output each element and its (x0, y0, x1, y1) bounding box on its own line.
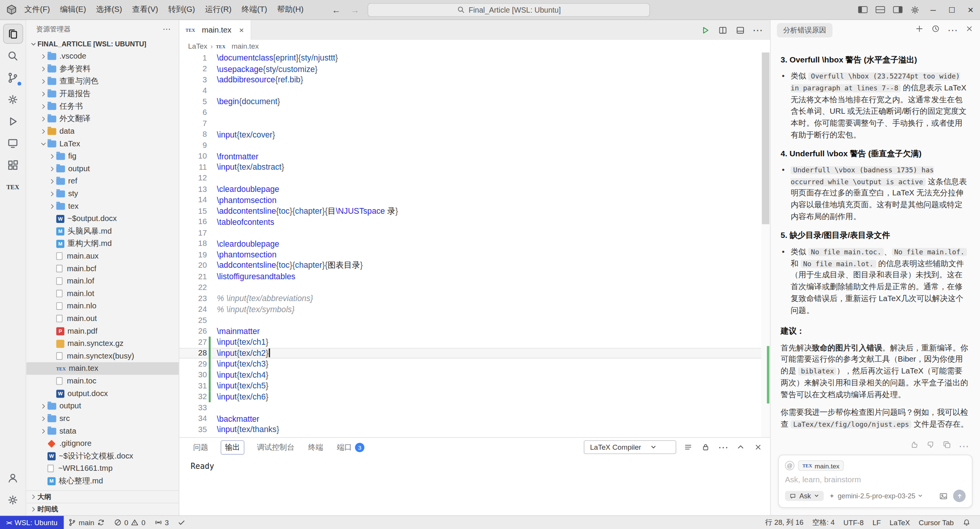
code-line[interactable]: 8\input{tex/cover} (179, 129, 770, 140)
output-channel-dropdown[interactable]: LaTeX Compiler (584, 440, 676, 454)
extensions-icon[interactable] (3, 155, 23, 175)
maximize-button[interactable]: ☐ (942, 0, 961, 19)
tree-item[interactable]: main.lot (26, 287, 179, 300)
menu-item[interactable]: 查看(V) (127, 3, 163, 17)
message-more-icon[interactable]: ⋯ (959, 440, 969, 452)
chat-input-box[interactable]: @ TEX main.tex Ask, learn, brainstorm As… (778, 455, 972, 508)
panel-tab-端口[interactable]: 端口3 (336, 441, 366, 454)
tab-close-icon[interactable]: ✕ (239, 26, 244, 33)
close-panel-icon[interactable] (752, 442, 763, 453)
settings-gear-icon[interactable] (906, 2, 924, 17)
code-line[interactable]: 15\addcontentsline{toc}{chapter}{目\NJUST… (179, 205, 770, 216)
code-line[interactable]: 18\cleardoublepage (179, 238, 770, 249)
chat-input-placeholder[interactable]: Ask, learn, brainstorm (785, 475, 965, 484)
more-actions-icon[interactable]: ⋯ (750, 23, 765, 38)
tree-item[interactable]: main.synctex.gz (26, 337, 179, 350)
thumbs-up-icon[interactable] (910, 440, 919, 452)
code-line[interactable]: 27\input{tex/ch1} (179, 337, 770, 348)
tree-item[interactable]: .gitignore (26, 437, 179, 450)
lock-scroll-icon[interactable] (700, 442, 711, 453)
code-line[interactable]: 24% \input{tex/symbols} (179, 304, 770, 315)
code-line[interactable]: 33 (179, 402, 770, 413)
cursor-tab-indicator[interactable]: Cursor Tab (914, 519, 958, 526)
menu-item[interactable]: 编辑(E) (55, 3, 91, 17)
tree-item[interactable]: 参考资料 (26, 62, 179, 75)
panel-tab-终端[interactable]: 终端 (307, 441, 325, 454)
tree-item[interactable]: W~$output.docx (26, 212, 179, 225)
code-line[interactable]: 22 (179, 282, 770, 293)
menu-item[interactable]: 帮助(H) (272, 3, 309, 17)
tree-item[interactable]: .vscode (26, 50, 179, 62)
settings-gear-icon[interactable] (3, 490, 23, 509)
close-button[interactable]: ✕ (961, 0, 980, 19)
line-col-indicator[interactable]: 行 28, 列 16 (761, 518, 808, 527)
encoding-indicator[interactable]: UTF-8 (839, 519, 868, 526)
tree-item[interactable]: M重构大纲.md (26, 237, 179, 250)
toggle-secondary-sidebar-icon[interactable] (889, 2, 906, 17)
code-line[interactable]: 31\input{tex/ch5} (179, 380, 770, 391)
search-icon[interactable] (3, 46, 23, 66)
code-line[interactable]: 12 (179, 173, 770, 184)
code-line[interactable]: 9 (179, 140, 770, 151)
code-line[interactable]: 19\phantomsection (179, 249, 770, 260)
code-line[interactable]: 30\input{tex/ch4} (179, 369, 770, 380)
code-line[interactable]: 29\input{tex/ch3} (179, 359, 770, 370)
code-line[interactable]: 21\listoffiguresandtables (179, 271, 770, 282)
code-line[interactable]: 7 (179, 118, 770, 129)
language-indicator[interactable]: LaTeX (885, 519, 914, 526)
code-line[interactable]: 35\input{tex/thanks} (179, 424, 770, 435)
notifications-bell-icon[interactable] (958, 518, 975, 526)
attach-image-icon[interactable] (939, 491, 948, 500)
tree-item[interactable]: ref (26, 175, 179, 188)
latex-workshop-icon[interactable]: TEX (3, 177, 23, 197)
editor-tab-main-tex[interactable]: TEX main.tex ✕ (179, 20, 251, 40)
explorer-section-大纲[interactable]: 大纲 (26, 490, 179, 503)
tree-item[interactable]: stata (26, 425, 179, 437)
tree-item[interactable]: main.nlo (26, 300, 179, 313)
code-line[interactable]: 14\phantomsection (179, 195, 770, 206)
code-line[interactable]: 3\addbibresource{ref.bib} (179, 74, 770, 85)
tree-item[interactable]: 开题报告 (26, 87, 179, 100)
code-line[interactable]: 20\addcontentsline{toc}{chapter}{图表目录} (179, 260, 770, 271)
code-line[interactable]: 32\input{tex/ch6} (179, 391, 770, 402)
account-icon[interactable] (3, 468, 23, 488)
explorer-icon[interactable] (3, 24, 23, 44)
code-line[interactable]: 4 (179, 85, 770, 97)
tree-item[interactable]: 外文翻译 (26, 112, 179, 125)
code-line[interactable]: 1\documentclass[eprint]{sty/njusttt} (179, 52, 770, 64)
tree-item[interactable]: main.out (26, 312, 179, 325)
explorer-section-时间线[interactable]: 时间线 (26, 503, 179, 516)
at-mention-icon[interactable]: @ (785, 461, 794, 470)
minimize-button[interactable]: ─ (924, 0, 942, 19)
run-debug-icon[interactable] (3, 111, 23, 131)
nav-forward-icon[interactable]: → (349, 5, 361, 15)
tree-item[interactable]: W~$设计论文模板.docx (26, 450, 179, 462)
eol-indicator[interactable]: LF (868, 519, 885, 526)
panel-tab-问题[interactable]: 问题 (192, 441, 210, 454)
send-button[interactable] (953, 490, 966, 502)
code-line[interactable]: 6 (179, 107, 770, 118)
code-line[interactable]: 26\mainmatter (179, 326, 770, 337)
code-line[interactable]: 5\begin{document} (179, 96, 770, 107)
tree-item[interactable]: Pmain.pdf (26, 325, 179, 337)
menu-item[interactable]: 运行(R) (200, 3, 236, 17)
tree-item[interactable]: main.aux (26, 250, 179, 262)
menu-item[interactable]: 终端(T) (236, 3, 272, 17)
tree-item[interactable]: fig (26, 150, 179, 162)
ports-indicator[interactable]: 3 (150, 516, 173, 529)
code-line[interactable]: 13\cleardoublepage (179, 183, 770, 195)
code-editor[interactable]: 1\documentclass[eprint]{sty/njusttt}2\us… (179, 52, 770, 437)
breadcrumb-file[interactable]: main.tex (231, 43, 259, 50)
breadcrumb[interactable]: LaTex › TEX main.tex (179, 40, 770, 52)
tree-item[interactable]: TEXmain.tex (26, 362, 179, 375)
code-line[interactable]: 17 (179, 227, 770, 238)
branch-indicator[interactable]: main (64, 516, 109, 529)
code-line[interactable]: 2\usepackage{sty/customize} (179, 63, 770, 74)
tree-item[interactable]: output (26, 162, 179, 175)
copy-icon[interactable] (942, 440, 951, 452)
tree-item[interactable]: data (26, 125, 179, 138)
tree-item[interactable]: sty (26, 187, 179, 200)
check-indicator[interactable] (173, 516, 190, 529)
explorer-root-folder[interactable]: FINAL_ARTICLE [WSL: UBUNTU] (26, 38, 179, 50)
mode-selector[interactable]: Ask (785, 491, 824, 501)
